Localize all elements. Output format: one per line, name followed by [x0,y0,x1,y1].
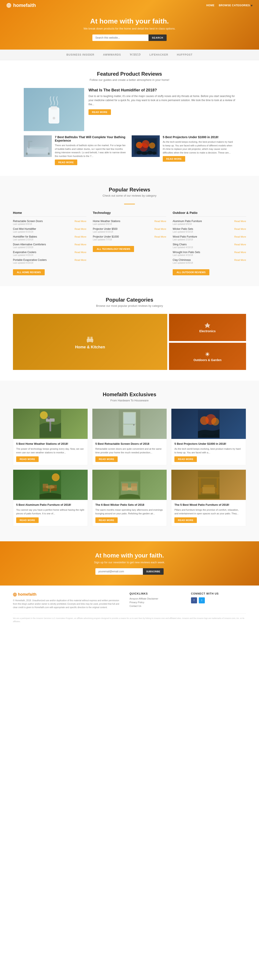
excl-card-alum-body: 5 Best Aluminum Patio Furniture of 2018!… [13,500,88,526]
excl-card-wicker-desc: The warm months mean spending lazy after… [95,508,164,515]
featured-sub-cards: 7 Best Bathtubs That Will Complete Your … [24,135,235,165]
featured-card3-readmore-button[interactable]: READ MORE [163,156,185,162]
nav-home[interactable]: HOME [206,4,214,7]
facebook-icon[interactable]: f [191,597,197,603]
svg-rect-37 [48,416,50,419]
pop-item-readmore[interactable]: Read More [75,251,86,253]
exclusives-subtitle: From Hardware To Houseware [13,399,246,402]
footer-link-privacy[interactable]: Privacy Policy [130,601,184,604]
all-outdoor-reviews-button[interactable]: ALL OUTDOOR REVIEWS [173,269,209,275]
excl-card-wood-title: The 5 Best Wood Patio Furniture of 2018! [174,503,243,507]
featured-card-bathtub-text: 7 Best Bathtubs That Will Complete Your … [55,135,127,165]
pop-item-readmore[interactable]: Read More [155,235,166,238]
wicker-patio-image [93,470,167,500]
pop-item-readmore[interactable]: Read More [75,220,86,223]
featured-card2-readmore-button[interactable]: READ MORE [55,159,77,165]
pop-item-label: Portable Evaporative Coolers [13,258,46,261]
main-nav: HOME BROWSE CATEGORIES ▾ [206,3,253,8]
pop-item-readmore[interactable]: Read More [234,235,246,238]
svg-point-20 [149,143,155,148]
excl-card-wicker-body: The 6 Best Wicker Patio Sets of 2018 The… [93,500,167,526]
footer-quicklinks: QUICKLINKS Amazon Affiliate Disclaimer P… [130,592,184,609]
excl-card-wood-readmore[interactable]: READ MORE [174,517,197,523]
chevron-down-icon: ▾ [251,3,253,8]
cta-form: SUBSCRIBE [93,568,166,575]
search-button[interactable]: SEARCH [149,35,166,41]
svg-rect-40 [124,413,135,424]
header-top: homefaith HOME BROWSE CATEGORIES ▾ [0,0,259,11]
excl-card-wicker-readmore[interactable]: READ MORE [95,517,118,523]
pop-item-readmore[interactable]: Read More [75,259,86,261]
excl-card-weather-readmore[interactable]: READ MORE [16,457,38,462]
weather-station-image [13,409,88,439]
list-item: Sling Chairs Read More Last updated 4/15… [173,243,246,248]
excl-card-weather-title: 5 Best Home Weather Stations of 2018! [16,442,85,446]
category-home-kitchen[interactable]: Home & Kitchen [13,314,167,370]
exclusives-section: Homefaith Exclusives From Hardware To Ho… [0,381,259,541]
svg-point-17 [152,151,157,154]
pop-item-readmore[interactable]: Read More [234,251,246,253]
pop-item-readmore[interactable]: Read More [234,243,246,246]
svg-point-49 [208,435,214,438]
pop-item-readmore[interactable]: Read More [75,235,86,238]
twitter-icon[interactable]: t [199,597,205,603]
pop-item-meta: Last updated 2/10/18 [13,239,86,241]
svg-point-5 [53,117,55,119]
category-outdoors-garden[interactable]: Outdoors & Garden [169,343,246,370]
footer-link-contact[interactable]: Contact Us [130,605,184,607]
cta-email-input[interactable] [95,568,143,575]
press-logo-lh: lifehacker [149,53,168,56]
svg-rect-70 [202,487,215,493]
category-electronics[interactable]: Electronics [169,314,246,341]
excl-card-wicker: The 6 Best Wicker Patio Sets of 2018 The… [92,469,167,526]
footer-logo-icon [13,593,17,597]
logo[interactable]: homefaith [6,3,36,8]
hero-title: At home with your faith. [4,17,255,25]
excl-card-door-readmore[interactable]: READ MORE [95,457,118,462]
pop-item-meta: Last updated 4/15/18 [173,254,246,256]
pop-item-readmore[interactable]: Read More [155,220,166,223]
pop-item-readmore[interactable]: Read More [155,228,166,230]
footer-link-disclaimer[interactable]: Amazon Affiliate Disclaimer [130,597,184,600]
pop-item-label: Projector Under $500 [93,228,117,231]
all-home-reviews-button[interactable]: ALL HOME REVIEWS [13,269,45,275]
pop-item-label: Retractable Screen Doors [13,220,43,223]
excl-card-alum-title: 5 Best Aluminum Patio Furniture of 2018! [16,503,85,507]
svg-rect-4 [51,106,57,110]
featured-main-readmore-button[interactable]: READ MORE [88,109,111,115]
footer-connect: CONNECT WITH US f t [191,592,246,609]
svg-point-52 [52,473,59,481]
featured-card-bathtub: 7 Best Bathtubs That Will Complete Your … [24,135,127,165]
press-logo-bi: BUSINESS INSIDER [67,53,94,56]
excl-card-projector: 5 Best Projectors Under $1000 in 2018! A… [171,409,246,465]
pop-item-readmore[interactable]: Read More [75,243,86,246]
svg-rect-58 [50,487,51,492]
nav-browse-label[interactable]: BROWSE CATEGORIES [219,4,250,7]
popular-reviews-section: Popular Reviews Check out some of our re… [0,176,259,286]
outdoors-garden-icon [204,351,211,358]
categories-content: Popular Categories Browse our most popul… [0,286,259,381]
list-item: Projector Under $500 Read More Last upda… [93,228,166,233]
list-item: Clay Chimineas Read More Last updated 6/… [173,258,246,264]
nav-browse-categories[interactable]: BROWSE CATEGORIES ▾ [219,3,253,8]
exclusives-title: Homefaith Exclusives [13,391,246,398]
pop-item-readmore[interactable]: Read More [234,220,246,223]
press-logo-aw: AWWWARDS [103,53,121,56]
svg-point-21 [139,143,148,151]
cat-main-content: Home & Kitchen [75,334,105,350]
pop-item-meta: Last updated 4/15/18 [13,262,86,264]
categories-grid: Home & Kitchen Electronics [13,314,246,370]
excl-card-alum-readmore[interactable]: READ MORE [16,517,38,523]
pop-item-readmore[interactable]: Read More [234,228,246,230]
excl-card-projector-readmore[interactable]: READ MORE [174,457,197,462]
excl-card-door-body: 5 Best Retractable Screen Doors of 2018 … [93,439,167,465]
pop-item-label: Aluminum Patio Furniture [173,220,202,223]
excl-card-projector-title: 5 Best Projectors Under $1000 in 2018! [174,442,243,446]
cta-subscribe-button[interactable]: SUBSCRIBE [143,568,164,575]
featured-card-projector-text: 5 Best Projectors Under $1000 in 2018! A… [163,135,235,162]
pop-item-readmore[interactable]: Read More [234,259,246,261]
svg-rect-64 [131,483,137,487]
all-tech-reviews-button[interactable]: ALL TECHNOLOGY REVIEWS [93,246,134,252]
search-input[interactable] [93,35,149,41]
pop-item-readmore[interactable]: Read More [75,228,86,230]
